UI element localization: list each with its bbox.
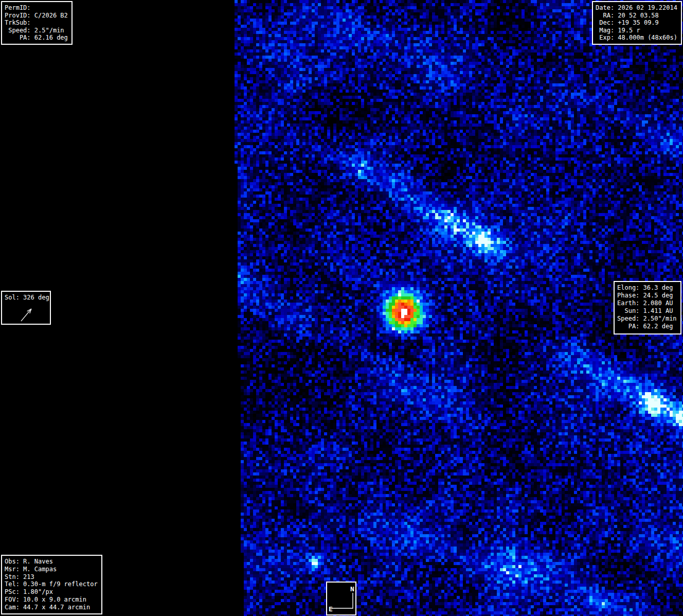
object-info-box: PermID:ProvID: C/2026 B2TrkSub: Speed: 2… <box>1 1 73 45</box>
observer-info-lines: Obs: R. NavesMsr: M. CampasStn: 213Tel: … <box>5 558 99 611</box>
comet-viewer-window: PermID:ProvID: C/2026 B2TrkSub: Speed: 2… <box>0 0 683 616</box>
observer-info-box: Obs: R. NavesMsr: M. CampasStn: 213Tel: … <box>1 555 102 614</box>
sun-direction-arrow-icon <box>2 299 50 324</box>
compass-east-label: E <box>329 605 333 613</box>
sky-image-canvas[interactable] <box>0 0 683 616</box>
compass-north-label: N <box>350 585 354 593</box>
compass-box: N E <box>326 582 356 615</box>
observation-info-lines: Date: 2026 02 19.22014 RA: 20 52 03.58 D… <box>596 4 678 42</box>
ephemeris-info-lines: Elong: 36.3 degPhase: 24.5 degEarth: 2.0… <box>617 284 678 330</box>
object-info-lines: PermID:ProvID: C/2026 B2TrkSub: Speed: 2… <box>5 4 69 42</box>
ephemeris-info-box: Elong: 36.3 degPhase: 24.5 degEarth: 2.0… <box>614 281 681 335</box>
observation-info-box: Date: 2026 02 19.22014 RA: 20 52 03.58 D… <box>592 1 682 45</box>
compass-icon: N E <box>327 583 355 614</box>
sun-direction-box: Sol: 326 deg <box>1 291 51 325</box>
